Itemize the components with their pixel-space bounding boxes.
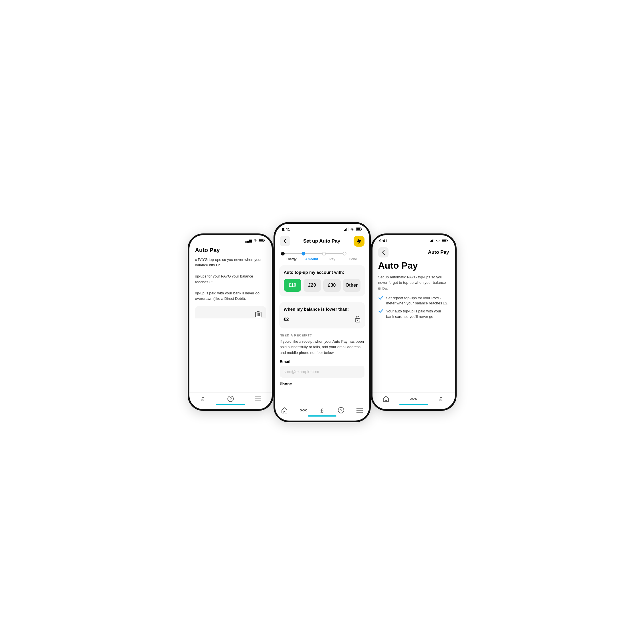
right-main-title: Auto Pay	[378, 260, 449, 271]
left-nav-pound[interactable]: £	[200, 395, 206, 402]
center-phone: 9:41 Set up Auto Pay	[274, 222, 371, 422]
right-status-icons	[430, 239, 448, 243]
svg-rect-15	[345, 229, 346, 231]
svg-rect-34	[430, 241, 431, 242]
svg-point-42	[413, 398, 414, 400]
right-back-button[interactable]	[378, 247, 389, 257]
balance-card-title: When my balance is lower than:	[284, 307, 360, 312]
svg-text:?: ?	[229, 397, 232, 401]
right-bottom-bar	[399, 404, 428, 405]
lightning-button[interactable]	[354, 236, 364, 247]
svg-point-24	[303, 409, 304, 411]
svg-point-23	[300, 409, 302, 411]
left-status-bar: 9:41 ▂▄▆	[189, 235, 272, 245]
right-signal-icon	[430, 239, 434, 243]
svg-rect-37	[433, 239, 434, 242]
svg-text:£: £	[201, 396, 204, 402]
trash-icon[interactable]	[255, 311, 261, 318]
step-label-amount: Amount	[305, 257, 318, 261]
svg-point-41	[410, 398, 411, 400]
center-status-bar: 9:41	[275, 224, 369, 233]
svg-rect-1	[264, 240, 265, 241]
lock-icon	[355, 316, 360, 324]
left-wifi-icon	[253, 239, 257, 243]
email-input[interactable]: sam@example.com	[280, 366, 364, 378]
step-dot-amount	[302, 252, 305, 255]
left-nav-help[interactable]: ?	[227, 396, 234, 402]
amount-20[interactable]: £20	[304, 279, 321, 292]
center-bottom-bar	[308, 415, 336, 417]
step-label-energy: Energy	[286, 257, 296, 261]
left-signal-icon: ▂▄▆	[245, 239, 252, 243]
svg-point-22	[357, 320, 358, 321]
balance-row: £2	[284, 316, 360, 324]
left-screen-content: Auto Pay c PAYG top-ups so you never whe…	[189, 245, 272, 318]
step-dot-energy	[281, 252, 285, 255]
center-battery-icon	[356, 227, 362, 231]
right-nav-home[interactable]	[383, 396, 389, 402]
check-item-1: Set repeat top-ups for your PAYG meter w…	[378, 296, 449, 306]
step-label-pay: Pay	[329, 257, 335, 261]
center-nav-bar: £ ?	[275, 404, 369, 415]
step-dot-pay	[322, 252, 326, 255]
center-back-button[interactable]	[280, 236, 290, 246]
center-status-time: 9:41	[282, 227, 290, 232]
step-energy: Energy	[281, 252, 302, 261]
step-dot-done	[343, 252, 346, 255]
steps-row: Energy Amount Pay	[275, 249, 369, 262]
svg-rect-40	[442, 239, 446, 241]
step-line-pay	[326, 253, 343, 254]
phone-label: Phone	[280, 382, 364, 386]
step-done: Done	[343, 252, 363, 261]
svg-rect-20	[356, 228, 360, 230]
step-amount: Amount	[302, 252, 322, 261]
phones-container: 9:41 ▂▄▆ Auto Pay c PAYG top-ups so you …	[165, 222, 479, 422]
svg-point-25	[306, 409, 307, 411]
left-status-icons: ▂▄▆	[245, 239, 265, 243]
svg-rect-39	[447, 240, 448, 241]
balance-card: When my balance is lower than: £2	[279, 302, 365, 328]
right-nav-metrics[interactable]	[410, 397, 417, 401]
left-nav-menu[interactable]	[255, 396, 261, 401]
right-nav-bar: £	[372, 392, 455, 404]
center-nav-metrics[interactable]	[300, 408, 307, 413]
svg-rect-17	[348, 227, 348, 231]
left-bottom-bar	[216, 404, 245, 405]
step-line-amount	[305, 253, 322, 254]
right-battery-icon	[442, 239, 448, 243]
center-status-icons	[344, 227, 362, 231]
center-nav-home[interactable]	[281, 407, 288, 413]
center-wifi-icon	[350, 227, 354, 231]
svg-rect-14	[344, 230, 345, 231]
step-label-done: Done	[349, 257, 357, 261]
right-status-time: 9:41	[379, 239, 387, 243]
right-screen-content: Auto Pay Auto Pay Set up automatic PAYG …	[372, 245, 455, 319]
amount-30[interactable]: £30	[323, 279, 341, 292]
amount-options: £10 £20 £30 Other	[284, 279, 360, 292]
receipt-section: NEED A RECEIPT? If you'd like a receipt …	[275, 331, 369, 391]
amount-card-title: Auto top-up my account with:	[284, 270, 360, 275]
svg-text:£: £	[320, 407, 324, 414]
svg-rect-35	[431, 240, 432, 242]
center-nav-help[interactable]: ?	[338, 407, 344, 413]
center-nav-menu[interactable]	[356, 408, 363, 413]
center-header-title: Set up Auto Pay	[290, 238, 354, 244]
right-status-bar: 9:41	[372, 235, 455, 245]
amount-other[interactable]: Other	[343, 279, 360, 292]
amount-card: Auto top-up my account with: £10 £20 £30…	[279, 265, 365, 296]
check-mark-2	[378, 309, 383, 314]
check-text-2: Your auto top-up is paid with your bank …	[386, 309, 449, 318]
check-mark-1	[378, 296, 383, 301]
center-nav-pound[interactable]: £	[319, 407, 326, 414]
amount-10[interactable]: £10	[284, 279, 301, 292]
center-signal-icon	[344, 227, 348, 231]
svg-rect-16	[346, 228, 347, 231]
svg-rect-19	[361, 228, 362, 230]
left-info-box: Credit limit £2.00	[195, 306, 266, 318]
svg-text:£: £	[439, 396, 442, 402]
right-header: Auto Pay	[378, 245, 449, 260]
step-line-energy	[285, 253, 302, 254]
receipt-label: NEED A RECEIPT?	[280, 334, 364, 337]
right-wifi-icon	[436, 239, 440, 243]
right-nav-pound[interactable]: £	[438, 395, 444, 402]
